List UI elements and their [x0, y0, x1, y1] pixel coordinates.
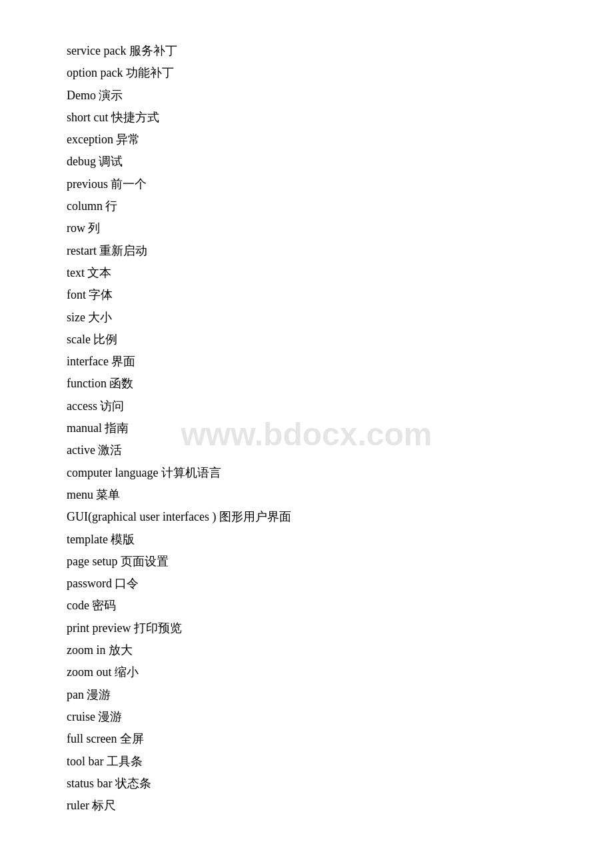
vocabulary-list: service pack 服务补丁option pack 功能补丁Demo 演示… — [67, 40, 560, 817]
list-item: zoom out 缩小 — [67, 661, 560, 683]
list-item: code 密码 — [67, 595, 560, 617]
list-item: zoom in 放大 — [67, 639, 560, 661]
list-item: previous 前一个 — [67, 173, 560, 195]
list-item: page setup 页面设置 — [67, 551, 560, 573]
list-item: full screen 全屏 — [67, 728, 560, 750]
list-item: short cut 快捷方式 — [67, 107, 560, 129]
list-item: template 模版 — [67, 529, 560, 551]
list-item: password 口令 — [67, 573, 560, 595]
list-item: service pack 服务补丁 — [67, 40, 560, 62]
list-item: size 大小 — [67, 307, 560, 329]
list-item: exception 异常 — [67, 129, 560, 151]
list-item: status bar 状态条 — [67, 773, 560, 795]
list-item: print preview 打印预览 — [67, 617, 560, 639]
list-item: access 访问 — [67, 395, 560, 417]
list-item: manual 指南 — [67, 417, 560, 439]
list-item: menu 菜单 — [67, 484, 560, 506]
list-item: scale 比例 — [67, 329, 560, 351]
list-item: pan 漫游 — [67, 684, 560, 706]
list-item: option pack 功能补丁 — [67, 62, 560, 84]
list-item: GUI(graphical user interfaces ) 图形用户界面 — [67, 506, 560, 528]
list-item: function 函数 — [67, 373, 560, 395]
list-item: text 文本 — [67, 262, 560, 284]
list-item: cruise 漫游 — [67, 706, 560, 728]
list-item: restart 重新启动 — [67, 240, 560, 262]
list-item: tool bar 工具条 — [67, 751, 560, 773]
list-item: interface 界面 — [67, 351, 560, 373]
list-item: active 激活 — [67, 439, 560, 461]
list-item: ruler 标尺 — [67, 795, 560, 817]
list-item: debug 调试 — [67, 151, 560, 173]
list-item: row 列 — [67, 217, 560, 239]
list-item: computer language 计算机语言 — [67, 462, 560, 484]
list-item: column 行 — [67, 195, 560, 217]
list-item: Demo 演示 — [67, 85, 560, 107]
list-item: font 字体 — [67, 284, 560, 306]
